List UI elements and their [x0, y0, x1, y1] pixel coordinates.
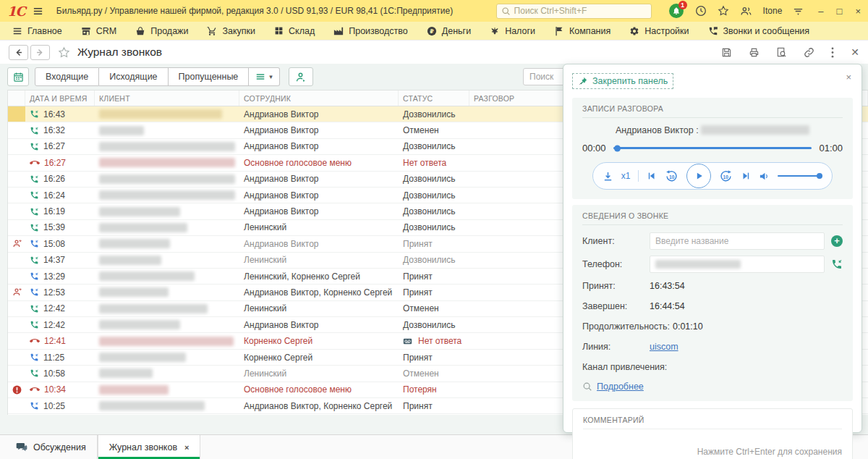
playback-slider[interactable] [613, 147, 812, 149]
history-icon[interactable] [695, 5, 707, 17]
redacted-client [99, 207, 180, 216]
incoming-call-icon [30, 109, 39, 119]
calendar-filter-button[interactable] [7, 67, 29, 86]
row-client-cell [95, 382, 239, 397]
forward-button[interactable] [30, 45, 50, 60]
page-header: Журнал звонков ✕ [0, 41, 868, 64]
link-icon[interactable] [804, 47, 814, 58]
print-icon[interactable] [749, 47, 760, 58]
comment-card[interactable]: КОММЕНТАРИЙ Нажмите Ctrl+Enter для сохра… [572, 408, 853, 459]
menu-item-5[interactable]: Производство [324, 22, 417, 40]
close-window-button[interactable]: × [855, 6, 861, 17]
incoming-call-icon [30, 239, 39, 248]
menu-item-8[interactable]: Компания [545, 22, 620, 40]
notifications-button[interactable]: 1 [669, 4, 684, 19]
details-link[interactable]: Подробнее [597, 382, 644, 392]
row-status-cell: Принят [399, 269, 469, 284]
minimize-button[interactable]: – [818, 6, 823, 17]
row-marker-cell [8, 317, 25, 332]
client-input[interactable] [655, 236, 819, 246]
play-button[interactable] [686, 164, 711, 188]
employee-name: Андрианов Виктор [244, 239, 319, 249]
row-datetime-cell: 16:27 [25, 139, 95, 154]
filter-incoming-button[interactable]: Входящие [35, 67, 99, 86]
menu-item-0[interactable]: Главное [3, 22, 72, 40]
service-menu-icon[interactable] [793, 6, 804, 17]
client-input-wrap [650, 232, 825, 250]
row-datetime-cell: 16:43 [25, 106, 95, 122]
favorite-star-icon[interactable] [58, 46, 70, 59]
redacted-client [99, 174, 235, 184]
playback-speed[interactable]: x1 [621, 171, 631, 181]
preview-icon[interactable] [776, 47, 787, 58]
menu-item-6[interactable]: ₽Деньги [417, 22, 480, 40]
notification-badge: 1 [678, 1, 687, 9]
column-client[interactable]: КЛИЕНТ [95, 90, 239, 106]
line-label: Линия: [582, 342, 650, 352]
menu-item-7[interactable]: Налоги [480, 22, 545, 40]
row-datetime-cell: 15:08 [25, 236, 95, 251]
row-employee-cell: Ленинский [239, 253, 399, 268]
skip-end-icon[interactable] [741, 171, 751, 181]
menu-item-label: Главное [27, 26, 62, 36]
row-status-cell: Отменен [399, 122, 469, 138]
main-menu-icon[interactable] [33, 6, 43, 17]
more-actions-icon[interactable] [831, 47, 834, 58]
svg-text:10: 10 [723, 174, 729, 179]
download-icon[interactable] [603, 171, 613, 182]
incoming-call-icon [30, 369, 39, 378]
line-link[interactable]: uiscom [650, 342, 678, 352]
tab-call-journal[interactable]: Журнал звонков × [98, 435, 201, 459]
call-phone-icon[interactable] [831, 258, 843, 270]
tab-discussions[interactable]: Обсуждения [4, 435, 98, 459]
settings-icon [629, 26, 639, 36]
save-icon[interactable] [721, 47, 732, 58]
tab-close-icon[interactable]: × [184, 443, 189, 452]
call-status: Потерян [403, 384, 437, 395]
chevron-down-icon: ▾ [269, 73, 273, 80]
menu-item-3[interactable]: Закупки [197, 22, 265, 40]
menu-item-4[interactable]: Склад [265, 22, 324, 40]
forward-10-icon[interactable]: 10 [719, 169, 733, 183]
column-status[interactable]: СТАТУС [399, 90, 469, 106]
users-icon[interactable] [740, 5, 752, 17]
global-search[interactable] [496, 4, 652, 19]
row-employee-cell: Андрианов Виктор [239, 106, 399, 122]
skip-start-icon[interactable] [647, 171, 657, 181]
pin-panel-button[interactable]: Закрепить панель [572, 73, 673, 89]
volume-slider[interactable] [778, 175, 822, 177]
menu-item-2[interactable]: Продажи [126, 22, 197, 40]
accepted-value: 16:43:54 [650, 281, 685, 291]
rewind-10-icon[interactable]: 10 [665, 169, 678, 183]
missed-call-icon [30, 336, 40, 346]
row-marker-cell [8, 155, 25, 170]
call-time: 16:43 [43, 109, 65, 119]
back-button[interactable] [9, 45, 28, 60]
favorites-star-icon[interactable] [718, 5, 729, 17]
search-icon [501, 7, 511, 16]
close-panel-icon[interactable]: × [846, 72, 851, 83]
column-marker[interactable] [8, 90, 25, 106]
filter-missed-button[interactable]: Пропущенные [169, 67, 250, 86]
tab-discussions-label: Обсуждения [33, 442, 86, 452]
volume-icon[interactable] [759, 171, 770, 182]
maximize-button[interactable]: □ [837, 6, 843, 17]
filter-list-dropdown[interactable]: ▾ [249, 67, 280, 86]
column-employee[interactable]: СОТРУДНИК [239, 90, 399, 106]
close-page-icon[interactable]: ✕ [851, 46, 859, 58]
column-datetime[interactable]: ДАТА И ВРЕМЯ [25, 90, 95, 106]
global-search-input[interactable] [514, 6, 647, 16]
menu-item-1[interactable]: CRM [72, 22, 126, 40]
filter-outgoing-button[interactable]: Исходящие [99, 67, 168, 86]
employee-filter-button[interactable] [289, 67, 313, 86]
call-time: 13:29 [43, 271, 65, 282]
redacted-client [99, 385, 169, 395]
add-client-button[interactable]: + [831, 235, 843, 247]
menu-item-10[interactable]: Звонки и сообщения [699, 22, 820, 40]
pin-panel-label: Закрепить панель [592, 76, 668, 86]
row-marker-cell [8, 122, 25, 138]
current-user[interactable]: Itone [763, 6, 783, 16]
row-client-cell [95, 366, 239, 381]
menu-item-9[interactable]: Настройки [620, 22, 698, 40]
row-status-cell: Принят [399, 285, 469, 300]
